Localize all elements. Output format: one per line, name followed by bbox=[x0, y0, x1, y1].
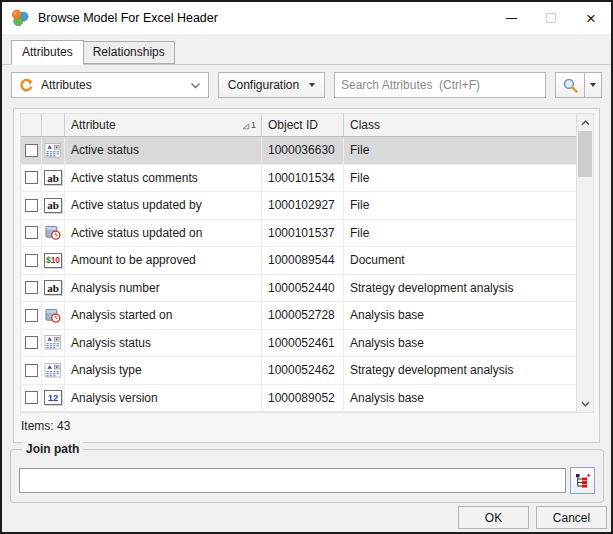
close-button[interactable]: × bbox=[571, 2, 611, 34]
titlebar: Browse Model For Excel Header × bbox=[2, 2, 611, 34]
scroll-down-button[interactable] bbox=[577, 395, 593, 412]
table-row[interactable]: $10Amount to be approved1000089544Docume… bbox=[21, 247, 576, 275]
scrollbar-thumb[interactable] bbox=[578, 131, 592, 177]
object-id-column-label: Object ID bbox=[268, 118, 318, 132]
table-row[interactable]: 12Analysis version1000089052Analysis bas… bbox=[21, 385, 576, 413]
enum-attribute-icon bbox=[44, 335, 62, 350]
table-row[interactable]: Analysis started on1000052728Analysis ba… bbox=[21, 302, 576, 330]
checkbox-cell bbox=[21, 220, 42, 247]
object-id: 1000102927 bbox=[262, 192, 344, 219]
table-row[interactable]: abAnalysis number1000052440Strategy deve… bbox=[21, 275, 576, 303]
icon-cell bbox=[42, 357, 65, 384]
table-row[interactable]: Active status updated on1000101537File bbox=[21, 220, 576, 248]
table-row[interactable]: Active status1000036630File bbox=[21, 137, 576, 165]
object-id: 1000052462 bbox=[262, 357, 344, 384]
class-name: Analysis base bbox=[344, 385, 576, 412]
class-name: Document bbox=[344, 247, 576, 274]
tab-relationships[interactable]: Relationships bbox=[84, 41, 175, 64]
attribute-name: Analysis type bbox=[65, 357, 262, 384]
table-row[interactable]: Analysis status1000052461Analysis base bbox=[21, 330, 576, 358]
row-checkbox[interactable] bbox=[25, 199, 38, 212]
row-checkbox[interactable] bbox=[25, 364, 38, 377]
join-path-tree-button[interactable] bbox=[570, 467, 595, 494]
search-button[interactable] bbox=[555, 72, 585, 98]
dropdown-arrow-icon bbox=[309, 83, 315, 87]
table-row[interactable]: Analysis type1000052462Strategy developm… bbox=[21, 357, 576, 385]
header-icon-column[interactable] bbox=[42, 114, 65, 136]
search-options-button[interactable] bbox=[585, 72, 602, 98]
object-id: 1000052440 bbox=[262, 275, 344, 302]
row-checkbox[interactable] bbox=[25, 309, 38, 322]
checkbox-cell bbox=[21, 275, 42, 302]
row-checkbox[interactable] bbox=[25, 281, 38, 294]
dropdown-arrow-icon bbox=[590, 83, 596, 87]
attribute-type-combobox[interactable]: Attributes bbox=[11, 72, 209, 98]
close-icon: × bbox=[586, 10, 596, 27]
join-path-groupbox: Join path bbox=[10, 449, 604, 503]
scroll-up-button[interactable] bbox=[577, 114, 593, 131]
search-input[interactable] bbox=[334, 72, 546, 98]
maximize-button bbox=[531, 2, 571, 34]
attribute-name: Active status bbox=[65, 137, 262, 164]
sort-order-number: 1 bbox=[251, 121, 256, 130]
tab-attributes-label: Attributes bbox=[22, 45, 73, 59]
table-row[interactable]: abActive status updated by1000102927File bbox=[21, 192, 576, 220]
orange-circular-arrow-icon bbox=[19, 78, 34, 93]
checkbox-cell bbox=[21, 192, 42, 219]
icon-cell: ab bbox=[42, 192, 65, 219]
scrollbar-track[interactable] bbox=[577, 131, 593, 395]
magnifier-icon bbox=[562, 77, 579, 94]
dialog-footer: OK Cancel bbox=[458, 506, 607, 529]
maximize-icon bbox=[546, 13, 556, 23]
row-checkbox[interactable] bbox=[25, 144, 38, 157]
row-checkbox[interactable] bbox=[25, 336, 38, 349]
row-checkbox[interactable] bbox=[25, 391, 38, 404]
tab-relationships-label: Relationships bbox=[93, 45, 165, 59]
object-id: 1000036630 bbox=[262, 137, 344, 164]
class-name: File bbox=[344, 165, 576, 192]
text-attribute-icon: ab bbox=[44, 280, 62, 295]
attribute-name: Active status updated by bbox=[65, 192, 262, 219]
cancel-button[interactable]: Cancel bbox=[536, 506, 607, 529]
tab-strip: Attributes Relationships bbox=[2, 34, 611, 65]
text-attribute-icon: ab bbox=[44, 170, 62, 185]
enum-attribute-icon bbox=[44, 143, 62, 158]
tab-attributes[interactable]: Attributes bbox=[11, 40, 84, 65]
header-attribute-column[interactable]: Attribute 1 bbox=[65, 114, 262, 136]
attributes-grid: Attribute 1 Object ID Class bbox=[20, 113, 594, 413]
attribute-name: Analysis version bbox=[65, 385, 262, 412]
icon-cell: ab bbox=[42, 275, 65, 302]
app-icon bbox=[11, 9, 29, 27]
join-path-input[interactable] bbox=[19, 468, 566, 493]
ok-button-label: OK bbox=[485, 511, 502, 525]
checkbox-cell bbox=[21, 330, 42, 357]
text-attribute-icon: ab bbox=[44, 198, 62, 213]
class-name: Strategy development analysis bbox=[344, 357, 576, 384]
sort-ascending-icon bbox=[242, 123, 250, 130]
icon-cell: $10 bbox=[42, 247, 65, 274]
vertical-scrollbar[interactable] bbox=[576, 114, 593, 412]
header-object-id-column[interactable]: Object ID bbox=[262, 114, 344, 136]
row-checkbox[interactable] bbox=[25, 171, 38, 184]
row-checkbox[interactable] bbox=[25, 254, 38, 267]
header-class-column[interactable]: Class bbox=[344, 114, 576, 136]
minimize-button[interactable] bbox=[491, 2, 531, 34]
attribute-name: Active status comments bbox=[65, 165, 262, 192]
icon-cell bbox=[42, 302, 65, 329]
toolbar: Attributes Configuration bbox=[2, 65, 611, 104]
ok-button[interactable]: OK bbox=[458, 506, 529, 529]
attribute-name: Amount to be approved bbox=[65, 247, 262, 274]
table-row[interactable]: abActive status comments1000101534File bbox=[21, 165, 576, 193]
configuration-button[interactable]: Configuration bbox=[218, 72, 325, 98]
header-checkbox-column[interactable] bbox=[21, 114, 42, 136]
checkbox-cell bbox=[21, 137, 42, 164]
icon-cell bbox=[42, 330, 65, 357]
icon-cell bbox=[42, 137, 65, 164]
row-checkbox[interactable] bbox=[25, 226, 38, 239]
configuration-button-label: Configuration bbox=[228, 78, 299, 92]
icon-cell bbox=[42, 220, 65, 247]
minimize-icon bbox=[506, 18, 517, 19]
join-path-label: Join path bbox=[22, 442, 83, 456]
number-attribute-icon: 12 bbox=[44, 390, 62, 405]
class-name: File bbox=[344, 137, 576, 164]
